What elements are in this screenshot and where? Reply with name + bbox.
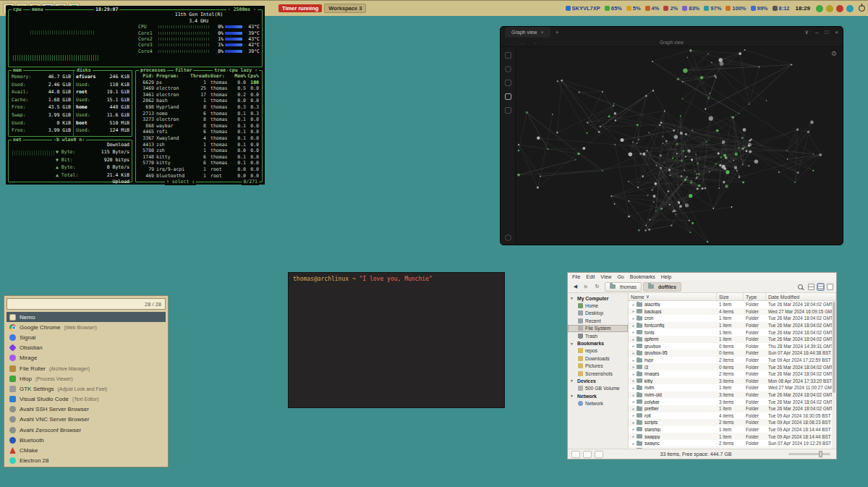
sidebar-section-bookmarks[interactable]: ▾Bookmarks [568, 339, 628, 347]
launcher-item[interactable]: Electron 28 [7, 456, 166, 466]
launcher-item[interactable]: CMake [7, 445, 166, 455]
clock[interactable]: 18:29 [796, 5, 810, 12]
launcher-item[interactable]: Visual Studio Code(Text Editor) [7, 394, 166, 405]
sidebar-item-network[interactable]: Network [568, 399, 628, 407]
chevron-down-icon[interactable]: ∨ [804, 29, 809, 35]
file-row[interactable]: ▸swaync2 itemsFolderSun 07 Apr 2024 19:1… [629, 440, 836, 447]
file-row[interactable]: ▸gruvbox-950 itemsFolderSun 07 Apr 2024 … [629, 350, 836, 357]
network-icon[interactable] [846, 5, 854, 12]
expander-icon[interactable]: ▾ [571, 342, 575, 346]
tab-close-icon[interactable]: × [540, 30, 543, 35]
terminal-window[interactable]: thomas@archlinux ~ "I love you, Munchie" [288, 272, 505, 408]
close-icon[interactable]: × [835, 29, 838, 35]
file-row[interactable]: ▸gruvbox0 itemsFolderThu 28 Mar 2024 14:… [629, 343, 836, 350]
nav-arrows-icon[interactable]: ← → [521, 40, 540, 45]
tray-item-disk[interactable]: 83% [682, 5, 699, 12]
forward-button[interactable]: ▶ [582, 282, 591, 292]
launcher-item[interactable]: Avahi Zeroconf Browser [7, 425, 166, 435]
process-row[interactable]: 4465rofi6thomas0.10.0 [137, 129, 260, 135]
expander-icon[interactable]: ▸ [631, 448, 637, 449]
process-row[interactable]: 3367Xwayland4thomas0.10.0 [137, 135, 260, 142]
sidebar-item-recent[interactable]: Recent [568, 317, 628, 324]
zoom-slider-handle[interactable] [819, 451, 822, 457]
record-icon[interactable] [836, 5, 843, 12]
search-icon[interactable] [505, 66, 511, 72]
breadcrumb-thomas[interactable]: thomas [605, 282, 642, 292]
expander-icon[interactable]: ▸ [631, 393, 637, 397]
new-tab-icon[interactable]: + [556, 29, 559, 36]
sidebar-section-network[interactable]: ▾Network [568, 392, 628, 399]
sidebar-item-500-gb-volume[interactable]: 500 GB Volume [568, 385, 628, 392]
expander-icon[interactable]: ▸ [631, 309, 637, 313]
icon-view-button[interactable] [808, 284, 814, 290]
workspace-badge[interactable]: Workspace 3 [324, 4, 366, 13]
graph-icon[interactable] [505, 93, 511, 100]
expander-icon[interactable]: ▸ [631, 344, 637, 348]
sidebar-item-screenshots[interactable]: Screenshots [568, 370, 628, 377]
proc-footer-select[interactable]: ↑ select ↓ [165, 179, 196, 185]
compact-view-button[interactable] [827, 284, 833, 290]
proc-col-header[interactable]: Program: [156, 73, 190, 80]
expander-icon[interactable]: ▾ [571, 296, 575, 300]
file-row[interactable]: ▸fontconfig1 itemFolderTue 26 Mar 2024 1… [629, 322, 836, 329]
expander-icon[interactable]: ▸ [631, 399, 637, 404]
expander-icon[interactable]: ▸ [631, 413, 637, 418]
expander-icon[interactable]: ▸ [631, 302, 637, 307]
expander-icon[interactable]: ▾ [571, 394, 575, 398]
expander-icon[interactable]: ▸ [631, 420, 637, 425]
file-row[interactable]: ▸images2 itemsFolderTue 26 Mar 2024 18:0… [629, 370, 836, 378]
search-button[interactable] [796, 282, 805, 292]
column-header-date-modified[interactable]: Date Modified [766, 293, 836, 300]
power-icon[interactable] [859, 5, 865, 12]
menubar-item-go[interactable]: Go [617, 274, 624, 279]
process-row[interactable]: 5770kitty6thomas0.10.0 [137, 160, 260, 166]
show-treeview-button[interactable] [583, 451, 592, 458]
file-row[interactable]: ▸systemd1 itemFolderTue 26 Mar 2024 18:0… [629, 446, 836, 449]
tray-item-disk2[interactable]: 97% [704, 5, 721, 12]
expander-icon[interactable]: ▸ [631, 441, 637, 446]
menubar-item-bookmarks[interactable]: Bookmarks [630, 274, 655, 279]
launcher-item[interactable]: Mirage [7, 353, 166, 363]
graph-titlebar[interactable]: Graph view × + ∨ – □ × [501, 27, 843, 38]
help-icon[interactable] [505, 234, 511, 241]
graph-settings-gear-icon[interactable]: ⚙ [831, 50, 837, 57]
process-row[interactable]: 3273electron8thomas0.10.0 [137, 117, 260, 123]
process-row[interactable]: 1748kitty6thomas0.10.0 [137, 154, 260, 161]
back-button[interactable]: ◀ [571, 282, 580, 292]
launcher-item[interactable]: Avahi VNC Server Browser [7, 415, 166, 425]
updates-icon[interactable] [816, 5, 823, 12]
process-row[interactable]: 469bluetoothd1root0.00.0 [137, 173, 260, 179]
file-row[interactable]: ▸nvim1 itemFolderWed 27 Mar 2024 11:00:2… [629, 384, 836, 391]
launcher-item[interactable]: Avahi SSH Server Browser [7, 405, 166, 415]
breadcrumb-doffiles[interactable]: doffiles [643, 282, 681, 292]
launcher-search-input[interactable]: 28 / 28 [7, 298, 166, 310]
sidebar-item-file-system[interactable]: File System [568, 325, 628, 332]
sidebar-item-repos[interactable]: repos [568, 347, 628, 355]
sidebar-item-trash[interactable]: Trash [568, 332, 628, 339]
process-row[interactable]: 3469electron25thomas0.50.0 [137, 85, 260, 92]
launcher-item[interactable]: GTK Settings(Adjust Look and Feel) [7, 384, 166, 394]
tray-item-brightness[interactable]: 100% [726, 5, 746, 12]
process-row[interactable]: 5780zsh1thomas0.00.0 [137, 148, 260, 154]
menubar-item-view[interactable]: View [600, 274, 611, 279]
file-row[interactable]: ▸hypr2 itemsFolderTue 09 Apr 2024 17:22:… [629, 357, 836, 364]
zoom-slider[interactable] [788, 453, 830, 455]
process-row[interactable]: 868waybar8thomas0.10.0 [137, 123, 260, 130]
process-row[interactable]: 6629ps1thomas0.0100 [137, 80, 260, 86]
sidebar-item-pictures[interactable]: Pictures [568, 363, 628, 370]
process-row[interactable]: 79irq/9-acpi1root0.00.0 [137, 166, 260, 173]
expander-icon[interactable]: ▸ [631, 323, 637, 328]
expander-icon[interactable]: ▸ [631, 386, 637, 390]
tray-item-uptime[interactable]: 8:12 [773, 5, 790, 12]
file-row[interactable]: ▸scripts2 itemsFolderTue 09 Apr 2024 18:… [629, 419, 836, 426]
sidebar-item-desktop[interactable]: Desktop [568, 310, 628, 317]
file-row[interactable]: ▸kitty3 itemsFolderMon 08 Apr 2024 17:33… [629, 378, 836, 385]
expander-icon[interactable]: ▸ [631, 407, 637, 411]
file-row[interactable]: ▸i30 itemsFolderTue 26 Mar 2024 18:04:02… [629, 363, 836, 370]
files-icon[interactable] [505, 52, 511, 59]
file-row[interactable]: ▸nvim-old3 itemsFolderTue 26 Mar 2024 18… [629, 391, 836, 399]
show-places-button[interactable] [571, 451, 580, 458]
canvas-icon[interactable] [505, 107, 511, 114]
process-row[interactable]: 2062bash1thomas0.00.0 [137, 98, 260, 104]
maximize-icon[interactable]: □ [825, 29, 828, 35]
